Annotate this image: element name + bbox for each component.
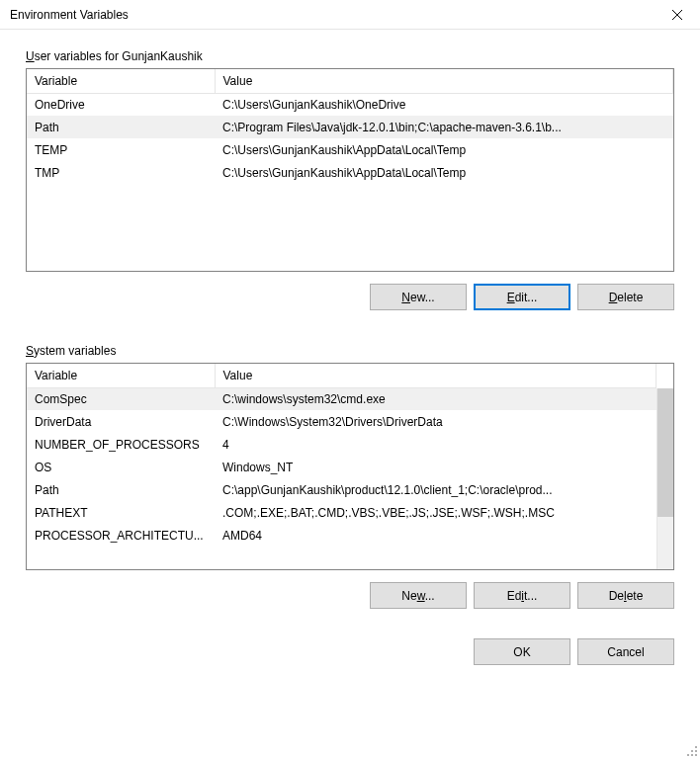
system-variables-table[interactable]: Variable Value ComSpecC:\windows\system3… bbox=[27, 364, 656, 547]
user-header-value[interactable]: Value bbox=[215, 69, 673, 93]
table-row[interactable]: PathC:\app\GunjanKaushik\product\12.1.0\… bbox=[27, 478, 656, 501]
system-button-row: New... Edit... Delete bbox=[26, 582, 674, 609]
user-variables-table-container: Variable Value OneDriveC:\Users\GunjanKa… bbox=[26, 68, 674, 272]
close-icon bbox=[672, 10, 682, 20]
user-value-cell: C:\Users\GunjanKaushik\AppData\Local\Tem… bbox=[215, 138, 673, 161]
system-header-value[interactable]: Value bbox=[215, 364, 656, 387]
system-variables-label: System variables bbox=[26, 344, 674, 358]
system-value-cell: .COM;.EXE;.BAT;.CMD;.VBS;.VBE;.JS;.JSE;.… bbox=[215, 501, 656, 524]
user-delete-button[interactable]: Delete bbox=[577, 284, 674, 310]
table-row[interactable]: TEMPC:\Users\GunjanKaushik\AppData\Local… bbox=[27, 138, 673, 161]
user-variable-cell: OneDrive bbox=[27, 93, 215, 116]
table-row[interactable]: PathC:\Program Files\Java\jdk-12.0.1\bin… bbox=[27, 116, 673, 138]
user-new-button[interactable]: New... bbox=[370, 284, 467, 310]
user-value-cell: C:\Program Files\Java\jdk-12.0.1\bin;C:\… bbox=[215, 116, 673, 138]
user-value-cell: C:\Users\GunjanKaushik\AppData\Local\Tem… bbox=[215, 161, 673, 184]
dialog-button-row: OK Cancel bbox=[26, 638, 674, 665]
system-value-cell: C:\app\GunjanKaushik\product\12.1.0\clie… bbox=[215, 478, 656, 501]
user-variable-cell: TEMP bbox=[27, 138, 215, 161]
system-header-variable[interactable]: Variable bbox=[27, 364, 215, 387]
system-variable-cell: Path bbox=[27, 478, 215, 501]
system-new-button[interactable]: New... bbox=[370, 582, 467, 609]
system-value-cell: Windows_NT bbox=[215, 456, 656, 478]
user-value-cell: C:\Users\GunjanKaushik\OneDrive bbox=[215, 93, 673, 116]
user-variable-cell: Path bbox=[27, 116, 215, 138]
system-variables-table-container: Variable Value ComSpecC:\windows\system3… bbox=[26, 363, 674, 570]
table-row[interactable]: PROCESSOR_ARCHITECTU...AMD64 bbox=[27, 524, 656, 547]
user-header-variable[interactable]: Variable bbox=[27, 69, 215, 93]
system-variable-cell: ComSpec bbox=[27, 387, 215, 410]
table-row[interactable]: OneDriveC:\Users\GunjanKaushik\OneDrive bbox=[27, 93, 673, 116]
user-table-header-row: Variable Value bbox=[27, 69, 673, 93]
table-row[interactable]: NUMBER_OF_PROCESSORS4 bbox=[27, 433, 656, 456]
ok-button[interactable]: OK bbox=[474, 638, 570, 665]
close-button[interactable] bbox=[655, 0, 700, 30]
system-value-cell: 4 bbox=[215, 433, 656, 456]
system-edit-button[interactable]: Edit... bbox=[474, 582, 570, 609]
system-variable-cell: NUMBER_OF_PROCESSORS bbox=[27, 433, 215, 456]
system-variable-cell: DriverData bbox=[27, 410, 215, 433]
table-row[interactable]: PATHEXT.COM;.EXE;.BAT;.CMD;.VBS;.VBE;.JS… bbox=[27, 501, 656, 524]
table-row[interactable]: ComSpecC:\windows\system32\cmd.exe bbox=[27, 387, 656, 410]
user-variables-table[interactable]: Variable Value OneDriveC:\Users\GunjanKa… bbox=[27, 69, 673, 184]
window-title: Environment Variables bbox=[10, 8, 129, 22]
table-row[interactable]: OSWindows_NT bbox=[27, 456, 656, 478]
system-variable-cell: OS bbox=[27, 456, 215, 478]
system-value-cell: C:\Windows\System32\Drivers\DriverData bbox=[215, 410, 656, 433]
system-value-cell: C:\windows\system32\cmd.exe bbox=[215, 387, 656, 410]
user-variable-cell: TMP bbox=[27, 161, 215, 184]
user-button-row: New... Edit... Delete bbox=[26, 284, 674, 310]
system-table-scrollbar[interactable] bbox=[656, 388, 673, 569]
scrollbar-thumb[interactable] bbox=[657, 388, 673, 517]
titlebar: Environment Variables bbox=[0, 0, 700, 30]
cancel-button[interactable]: Cancel bbox=[577, 638, 674, 665]
system-table-header-row: Variable Value bbox=[27, 364, 656, 387]
user-edit-button[interactable]: Edit... bbox=[474, 284, 570, 310]
system-value-cell: AMD64 bbox=[215, 524, 656, 547]
system-variable-cell: PATHEXT bbox=[27, 501, 215, 524]
table-row[interactable]: TMPC:\Users\GunjanKaushik\AppData\Local\… bbox=[27, 161, 673, 184]
table-row[interactable]: DriverDataC:\Windows\System32\Drivers\Dr… bbox=[27, 410, 656, 433]
user-variables-label: User variables for GunjanKaushik bbox=[26, 49, 674, 63]
dialog-content: User variables for GunjanKaushik Variabl… bbox=[0, 30, 700, 675]
system-delete-button[interactable]: Delete bbox=[577, 582, 674, 609]
system-variable-cell: PROCESSOR_ARCHITECTU... bbox=[27, 524, 215, 547]
